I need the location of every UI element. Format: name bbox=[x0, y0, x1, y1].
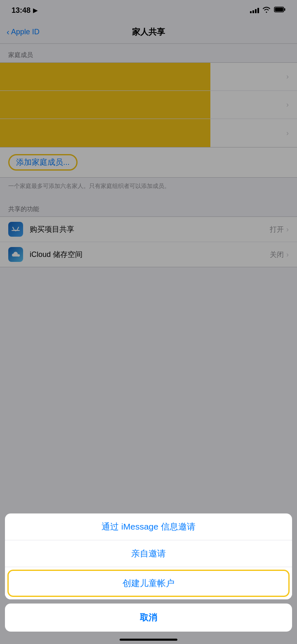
home-indicator bbox=[120, 639, 177, 641]
action-create-child-label: 创建儿童帐户 bbox=[123, 577, 174, 589]
action-imessage-label: 通过 iMessage 信息邀请 bbox=[101, 521, 196, 532]
action-in-person[interactable]: 亲自邀请 bbox=[5, 540, 292, 567]
action-sheet: 通过 iMessage 信息邀请 亲自邀请 创建儿童帐户 取消 bbox=[0, 513, 297, 644]
action-group-main: 通过 iMessage 信息邀请 亲自邀请 创建儿童帐户 bbox=[5, 513, 292, 599]
action-cancel[interactable]: 取消 bbox=[5, 604, 292, 632]
action-child-wrapper: 创建儿童帐户 bbox=[5, 567, 292, 599]
action-create-child[interactable]: 创建儿童帐户 bbox=[7, 570, 290, 597]
action-imessage[interactable]: 通过 iMessage 信息邀请 bbox=[5, 513, 292, 540]
action-in-person-label: 亲自邀请 bbox=[131, 548, 166, 559]
action-cancel-label: 取消 bbox=[140, 612, 157, 623]
